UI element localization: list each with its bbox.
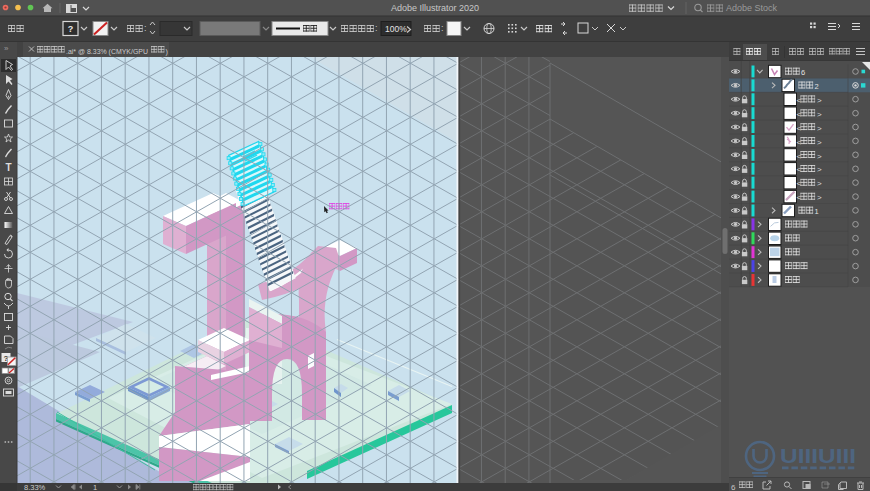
svg-text:>: > [817, 96, 822, 105]
svg-text:1: 1 [93, 483, 97, 491]
svg-text:<: < [797, 193, 802, 202]
svg-text:<: < [797, 110, 802, 119]
svg-text:>: > [817, 138, 822, 147]
svg-text:UIIIUIII: UIIIUIII [780, 445, 856, 467]
svg-text:?: ? [68, 24, 74, 34]
svg-text:>: > [817, 179, 822, 188]
svg-text:<: < [797, 179, 802, 188]
svg-text:1: 1 [815, 207, 819, 216]
svg-text:<: < [797, 138, 802, 147]
svg-text:>: > [817, 124, 822, 133]
svg-text::: : [144, 23, 147, 33]
svg-text:>: > [817, 152, 822, 161]
svg-text:): ) [166, 47, 168, 56]
svg-text::: : [441, 23, 444, 33]
svg-text:»: » [4, 44, 9, 53]
svg-text:100%: 100% [385, 24, 407, 34]
svg-text:Adobe Stock: Adobe Stock [726, 3, 778, 13]
svg-text:<: < [797, 165, 802, 174]
svg-text:>: > [817, 193, 822, 202]
svg-text:T: T [5, 162, 11, 173]
svg-text:6: 6 [731, 483, 736, 491]
svg-text:6: 6 [801, 68, 805, 77]
svg-text:.ai* @ 8.33% (CMYK/GPU: .ai* @ 8.33% (CMYK/GPU [66, 47, 148, 56]
svg-text:Adobe Illustrator 2020: Adobe Illustrator 2020 [391, 3, 479, 13]
svg-text::: : [375, 23, 378, 33]
svg-text:>: > [817, 110, 822, 119]
svg-text:<: < [797, 152, 802, 161]
svg-text:>: > [817, 165, 822, 174]
svg-text:<: < [797, 124, 802, 133]
svg-text:2: 2 [815, 82, 819, 91]
svg-text:<: < [797, 96, 802, 105]
svg-text:8.33%: 8.33% [24, 483, 46, 491]
